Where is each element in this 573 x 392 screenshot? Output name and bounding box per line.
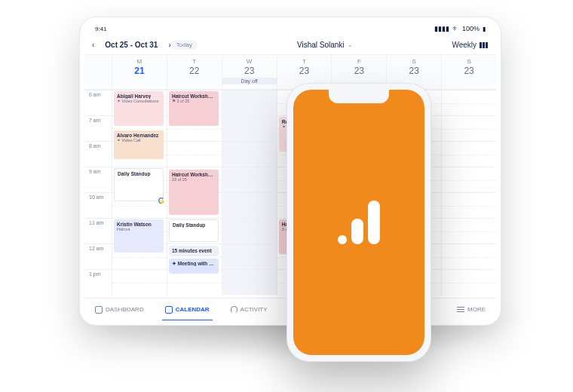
tab-more[interactable]: MORE (446, 299, 496, 320)
time-label: 8 am (84, 141, 112, 167)
status-bar: 9:41 ▮▮▮▮ ᯤ 100% ▮ (84, 22, 496, 35)
day-header[interactable]: T 22 (167, 55, 222, 89)
phone-screen (293, 90, 424, 355)
days-header: M 21 T 22 W 23 Day off T 23 F (84, 55, 496, 90)
battery-icon: ▮ (483, 26, 486, 32)
app-header: ‹ Oct 25 - Oct 31 › Today Vishal Solanki… (84, 35, 496, 55)
hamburger-icon (457, 307, 464, 312)
calendar-icon (165, 306, 173, 314)
day-off-badge: Day off (222, 78, 277, 84)
dashboard-icon (95, 306, 103, 314)
view-mode-toggle[interactable]: Weekly (452, 41, 489, 49)
time-label: 11 am (84, 218, 112, 243)
event-mini[interactable]: 15 minutes event (169, 246, 219, 256)
event-workshop1[interactable]: Haircut Workshops ⚑ 3 of 25 (169, 91, 219, 126)
event-standup1[interactable]: Daily Standup (114, 168, 164, 201)
bell-icon (231, 306, 237, 313)
tab-calendar[interactable]: CALENDAR (155, 299, 220, 320)
signal-icon: ▮▮▮▮ (434, 25, 449, 32)
tab-dashboard[interactable]: DASHBOARD (84, 299, 155, 320)
prev-week-button[interactable]: ‹ (92, 41, 94, 49)
event-workshop2[interactable]: Haircut Workshops 23 of 25 (169, 170, 219, 215)
time-label: 9 am (84, 167, 112, 192)
phone-device (286, 83, 431, 362)
time-label: 10 am (84, 192, 112, 218)
day-header[interactable]: M 21 (112, 55, 167, 89)
event-standup2[interactable]: Daily Standup (169, 219, 219, 242)
time-label: 6 am (84, 90, 112, 115)
event-alvaro[interactable]: Alvaro Hernandez ✦ Video Call (114, 130, 164, 159)
wifi-icon: ᯤ (452, 25, 459, 32)
time-label: 7 am (84, 115, 112, 141)
event-meeting[interactable]: ✦ Meeting with Jo... (169, 259, 219, 274)
today-button[interactable]: Today (171, 40, 198, 50)
date-range-label[interactable]: Oct 25 - Oct 31 (105, 41, 158, 49)
status-time: 9:41 (95, 26, 107, 32)
event-abigail[interactable]: Abigail Harvey ✦ Video Consultations (114, 91, 164, 126)
day-header[interactable]: S 23 (441, 55, 496, 89)
user-name: Vishal Solanki (297, 41, 345, 49)
time-label: 12 am (84, 243, 112, 269)
time-label: 1 pm (84, 269, 112, 295)
user-selector[interactable]: Vishal Solanki ⌄ (297, 41, 353, 49)
event-kristin[interactable]: Kristin Watson Haircut (114, 219, 164, 253)
battery-label: 100% (462, 25, 480, 32)
tab-activity[interactable]: ACTIVITY (220, 299, 278, 320)
chevron-down-icon: ⌄ (348, 41, 353, 48)
day-header[interactable]: W 23 Day off (222, 55, 277, 89)
view-mode-label: Weekly (452, 41, 476, 49)
phone-notch (329, 90, 389, 103)
app-logo-icon (338, 201, 380, 244)
weekly-icon (480, 42, 489, 48)
